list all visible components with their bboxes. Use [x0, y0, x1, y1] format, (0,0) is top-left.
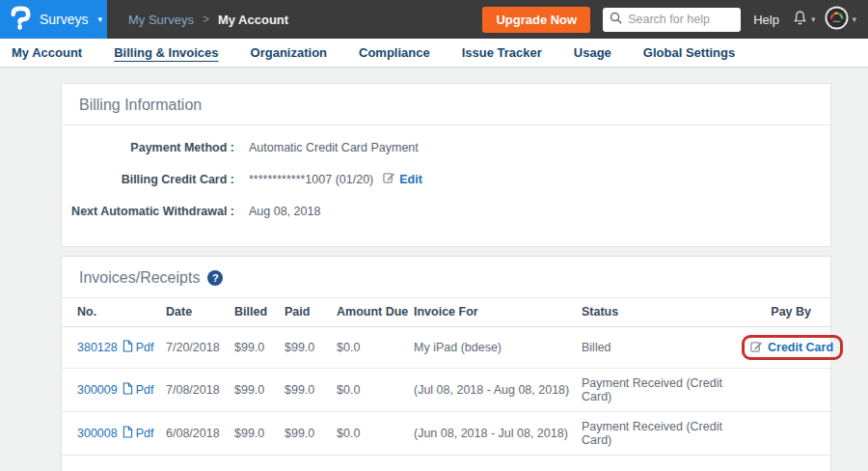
- search-icon: [610, 11, 622, 28]
- questionpro-logo-icon: [10, 5, 31, 35]
- invoice-billed: $99.0: [234, 369, 285, 412]
- invoice-for: (Jun 08, 2018 - Jul 08, 2018): [414, 412, 582, 456]
- billing-credit-card-row: Billing Credit Card : ************1007 (…: [62, 171, 830, 189]
- tab-billing-invoices[interactable]: Billing & Invoices: [114, 45, 218, 60]
- payment-method-label: Payment Method :: [62, 139, 234, 157]
- invoice-amount-due: $0.0: [337, 412, 414, 456]
- account-nav-tabs: My Account Billing & Invoices Organizati…: [0, 39, 868, 68]
- top-bar: Surveys ▾ My Surveys > My Account Upgrad…: [0, 0, 868, 39]
- pdf-link[interactable]: Pdf: [122, 382, 154, 398]
- breadcrumb-separator: >: [203, 13, 209, 26]
- invoice-for: (Jul 08, 2018 - Aug 08, 2018): [414, 369, 582, 412]
- avatar: [825, 6, 849, 34]
- invoices-panel-title: Invoices/Receipts: [79, 269, 200, 287]
- chevron-down-icon: ▾: [852, 14, 856, 24]
- help-question-icon[interactable]: ?: [207, 270, 223, 286]
- col-date: Date: [166, 298, 234, 327]
- panel-bottom-padding: [62, 456, 830, 471]
- invoice-billed: $99.0: [234, 412, 285, 456]
- breadcrumb-my-surveys[interactable]: My Surveys: [128, 13, 194, 27]
- edit-link-label[interactable]: Edit: [399, 171, 422, 189]
- account-menu[interactable]: ▾: [825, 6, 856, 34]
- table-row: 300008 Pdf: [62, 412, 830, 456]
- invoice-status: Payment Received (Credit Card): [582, 369, 742, 412]
- help-search-box[interactable]: [603, 8, 741, 32]
- product-menu[interactable]: Surveys ▾: [0, 0, 107, 39]
- invoice-paid: $99.0: [285, 327, 337, 369]
- breadcrumb-current: My Account: [218, 13, 288, 27]
- next-withdrawal-row: Next Automatic Withdrawal : Aug 08, 2018: [62, 203, 830, 221]
- breadcrumb: My Surveys > My Account: [128, 13, 288, 27]
- product-label: Surveys: [40, 12, 89, 27]
- col-billed: Billed: [234, 298, 285, 327]
- chevron-down-icon: ▾: [98, 14, 103, 24]
- bell-icon: [792, 9, 808, 31]
- payment-method-row: Payment Method : Automatic Credit Card P…: [62, 139, 830, 157]
- payment-method-value: Automatic Credit Card Payment: [249, 139, 419, 157]
- invoice-status: Billed: [582, 327, 742, 369]
- invoice-date: 7/08/2018: [166, 369, 234, 412]
- billing-credit-card-label: Billing Credit Card :: [62, 171, 234, 189]
- billing-credit-card-value: ************1007 (01/20): [249, 171, 373, 189]
- col-pay-by: Pay By: [742, 298, 830, 327]
- edit-icon: [750, 340, 763, 355]
- invoice-for: My iPad (bdese): [414, 327, 582, 369]
- annotation-highlight-box: Credit Card: [742, 335, 843, 360]
- col-paid: Paid: [285, 298, 337, 327]
- invoice-amount-due: $0.0: [337, 369, 414, 412]
- billing-panel-title: Billing Information: [79, 97, 202, 114]
- pay-by-credit-card-link[interactable]: Credit Card: [750, 340, 833, 355]
- col-invoice-for: Invoice For: [414, 298, 582, 327]
- invoice-billed: $99.0: [234, 327, 285, 369]
- invoice-amount-due: $0.0: [337, 327, 414, 369]
- pdf-link[interactable]: Pdf: [122, 340, 154, 355]
- pdf-file-icon: [122, 382, 133, 398]
- invoice-pay-by: [742, 412, 830, 456]
- edit-credit-card-link[interactable]: Edit: [383, 171, 422, 189]
- invoice-date: 6/08/2018: [166, 412, 234, 456]
- notifications-menu[interactable]: ▾: [792, 9, 816, 31]
- tab-compliance[interactable]: Compliance: [359, 45, 430, 60]
- invoice-paid: $99.0: [285, 369, 337, 412]
- invoice-date: 7/20/2018: [166, 327, 234, 369]
- pdf-link[interactable]: Pdf: [122, 426, 154, 441]
- upgrade-now-button[interactable]: Upgrade Now: [482, 7, 590, 33]
- invoices-table: No. Date Billed Paid Amount Due Invoice …: [62, 298, 830, 456]
- chevron-down-icon: ▾: [811, 14, 816, 24]
- next-withdrawal-label: Next Automatic Withdrawal :: [62, 203, 234, 221]
- billing-information-panel: Billing Information Payment Method : Aut…: [61, 83, 831, 247]
- screen: Surveys ▾ My Surveys > My Account Upgrad…: [0, 0, 868, 471]
- pdf-file-icon: [122, 340, 133, 355]
- col-no: No.: [62, 298, 166, 327]
- tab-global-settings[interactable]: Global Settings: [643, 45, 735, 60]
- tab-issue-tracker[interactable]: Issue Tracker: [462, 45, 542, 60]
- col-amount-due: Amount Due: [337, 298, 414, 327]
- invoice-paid: $99.0: [285, 412, 337, 456]
- invoice-number-link[interactable]: 300009: [77, 383, 118, 397]
- next-withdrawal-value: Aug 08, 2018: [249, 203, 320, 221]
- pdf-link-label[interactable]: Pdf: [136, 427, 154, 440]
- invoices-receipts-panel: Invoices/Receipts ? No. Date Billed Paid…: [61, 256, 831, 471]
- pdf-link-label[interactable]: Pdf: [136, 383, 154, 397]
- invoices-header-row: No. Date Billed Paid Amount Due Invoice …: [62, 298, 830, 327]
- invoice-status: Payment Received (Credit Card): [582, 412, 742, 456]
- invoice-number-link[interactable]: 380128: [77, 341, 118, 354]
- tab-my-account[interactable]: My Account: [12, 45, 82, 60]
- invoice-pay-by: [742, 369, 830, 412]
- pdf-link-label[interactable]: Pdf: [136, 341, 154, 354]
- tab-organization[interactable]: Organization: [251, 45, 327, 60]
- table-row: 300009 Pdf: [62, 369, 830, 412]
- page-content: Billing Information Payment Method : Aut…: [0, 68, 868, 471]
- edit-icon: [383, 171, 395, 189]
- pay-by-link-label[interactable]: Credit Card: [768, 341, 833, 354]
- table-row: 380128 Pdf: [62, 327, 830, 369]
- col-status: Status: [582, 298, 742, 327]
- search-input[interactable]: [628, 13, 734, 26]
- invoice-number-link[interactable]: 300008: [77, 427, 118, 440]
- help-link[interactable]: Help: [753, 13, 779, 27]
- pdf-file-icon: [122, 426, 133, 441]
- tab-usage[interactable]: Usage: [574, 45, 611, 60]
